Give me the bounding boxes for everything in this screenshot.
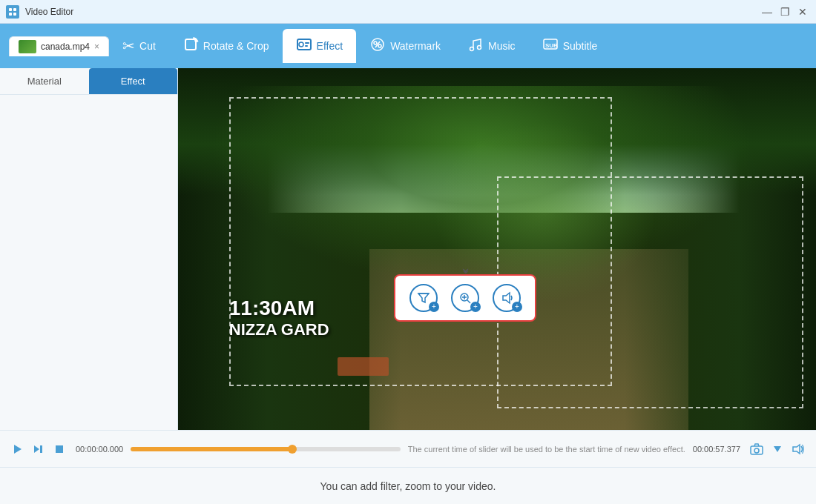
video-area: 11:30AM NIZZA GARD ⌄ + bbox=[178, 68, 816, 430]
tab-watermark-label: Watermark bbox=[390, 40, 441, 52]
subtitle-icon: SUB bbox=[542, 36, 559, 56]
rotate-icon bbox=[182, 36, 199, 56]
timeline-area: 00:00:00.000 The current time of slider … bbox=[0, 430, 816, 467]
popup-arrow: ⌄ bbox=[460, 261, 471, 274]
video-timestamp: 11:30AM bbox=[229, 296, 329, 320]
hint-text: You can add filter, zoom to your video. bbox=[320, 480, 496, 492]
audio-plus-badge: + bbox=[512, 302, 522, 312]
svg-line-18 bbox=[467, 300, 470, 303]
minimize-button[interactable]: — bbox=[760, 4, 774, 19]
zoom-plus-badge: + bbox=[470, 302, 481, 312]
video-background: 11:30AM NIZZA GARD ⌄ + bbox=[178, 68, 816, 430]
svg-marker-22 bbox=[34, 445, 39, 453]
camera-dropdown-button[interactable] bbox=[769, 440, 786, 458]
svg-rect-1 bbox=[13, 8, 16, 11]
material-tab[interactable]: Material bbox=[0, 68, 89, 94]
play-controls bbox=[9, 440, 68, 458]
close-file-button[interactable]: × bbox=[94, 42, 99, 52]
tab-effect[interactable]: Effect bbox=[283, 29, 357, 63]
svg-point-26 bbox=[754, 448, 759, 453]
timeline-info-text: The current time of slider will be used … bbox=[408, 445, 685, 454]
audio-icon-circle: + bbox=[493, 284, 521, 312]
svg-marker-21 bbox=[14, 445, 22, 454]
sidebar-content bbox=[0, 95, 177, 430]
svg-marker-27 bbox=[774, 446, 781, 452]
file-name: canada.mp4 bbox=[41, 42, 90, 52]
cut-icon: ✂ bbox=[122, 37, 135, 55]
video-frame: 11:30AM NIZZA GARD ⌄ + bbox=[178, 68, 816, 430]
svg-point-6 bbox=[299, 42, 303, 47]
effect-icon bbox=[296, 36, 312, 56]
filter-effect-button[interactable]: + bbox=[407, 282, 440, 314]
window-title: Video Editor bbox=[25, 7, 73, 17]
title-bar-left: Video Editor bbox=[6, 5, 73, 19]
timeline-slider[interactable] bbox=[131, 447, 401, 451]
video-location: NIZZA GARD bbox=[229, 320, 329, 339]
close-button[interactable]: ✕ bbox=[795, 4, 810, 19]
filter-icon-circle: + bbox=[409, 284, 438, 312]
music-icon bbox=[467, 36, 484, 56]
effect-tab[interactable]: Effect bbox=[89, 68, 178, 94]
tab-cut[interactable]: ✂ Cut bbox=[109, 29, 169, 63]
watermark-icon bbox=[369, 36, 386, 56]
svg-point-13 bbox=[470, 47, 474, 50]
camera-controls bbox=[748, 440, 807, 458]
svg-rect-4 bbox=[185, 39, 196, 50]
play-button[interactable] bbox=[9, 440, 27, 458]
tab-subtitle-label: Subtitle bbox=[563, 40, 598, 52]
svg-rect-23 bbox=[40, 445, 42, 453]
effect-popup: ⌄ + bbox=[394, 274, 536, 322]
svg-rect-8 bbox=[305, 45, 308, 47]
sidebar: Material Effect bbox=[0, 68, 178, 430]
title-bar: Video Editor — ❐ ✕ bbox=[0, 0, 816, 24]
zoom-icon-circle: + bbox=[451, 284, 479, 312]
end-time-label: 00:00:57.377 bbox=[693, 445, 740, 454]
svg-point-12 bbox=[378, 44, 381, 47]
svg-marker-28 bbox=[793, 445, 800, 454]
slider-thumb[interactable] bbox=[288, 445, 297, 454]
filter-plus-badge: + bbox=[429, 302, 439, 312]
svg-point-10 bbox=[374, 42, 377, 44]
svg-point-14 bbox=[478, 45, 481, 49]
tab-bar: canada.mp4 × ✂ Cut Rotate & Crop Effect bbox=[0, 24, 816, 68]
svg-text:SUB: SUB bbox=[545, 42, 558, 49]
svg-rect-2 bbox=[9, 13, 12, 16]
main-content: Material Effect bbox=[0, 68, 816, 430]
video-text-overlay: 11:30AM NIZZA GARD bbox=[229, 296, 329, 339]
svg-rect-3 bbox=[13, 13, 16, 16]
tab-cut-label: Cut bbox=[139, 40, 156, 52]
step-forward-button[interactable] bbox=[30, 440, 47, 458]
camera-button[interactable] bbox=[748, 440, 766, 458]
zoom-effect-button[interactable]: + bbox=[449, 282, 481, 314]
file-thumbnail bbox=[19, 40, 36, 53]
file-tab[interactable]: canada.mp4 × bbox=[9, 36, 109, 56]
audio-effect-button[interactable]: + bbox=[490, 282, 523, 314]
start-time-label: 00:00:00.000 bbox=[76, 445, 123, 454]
tab-subtitle[interactable]: SUB Subtitle bbox=[529, 29, 611, 63]
svg-rect-7 bbox=[305, 42, 309, 44]
svg-rect-24 bbox=[56, 445, 63, 453]
app-icon bbox=[6, 5, 19, 19]
tab-watermark[interactable]: Watermark bbox=[356, 29, 454, 63]
stop-button[interactable] bbox=[50, 440, 68, 458]
selection-box-right bbox=[497, 176, 803, 408]
tab-rotate-label: Rotate & Crop bbox=[203, 40, 269, 52]
window-controls: — ❐ ✕ bbox=[760, 4, 810, 19]
svg-rect-0 bbox=[9, 8, 12, 11]
maximize-button[interactable]: ❐ bbox=[777, 4, 792, 19]
tab-music[interactable]: Music bbox=[454, 29, 529, 63]
tab-music-label: Music bbox=[488, 40, 516, 52]
hint-bar: You can add filter, zoom to your video. bbox=[0, 467, 816, 504]
volume-button[interactable] bbox=[789, 440, 807, 458]
tab-rotate-crop[interactable]: Rotate & Crop bbox=[169, 29, 283, 63]
sidebar-tabs: Material Effect bbox=[0, 68, 177, 95]
tab-effect-label: Effect bbox=[317, 40, 343, 52]
